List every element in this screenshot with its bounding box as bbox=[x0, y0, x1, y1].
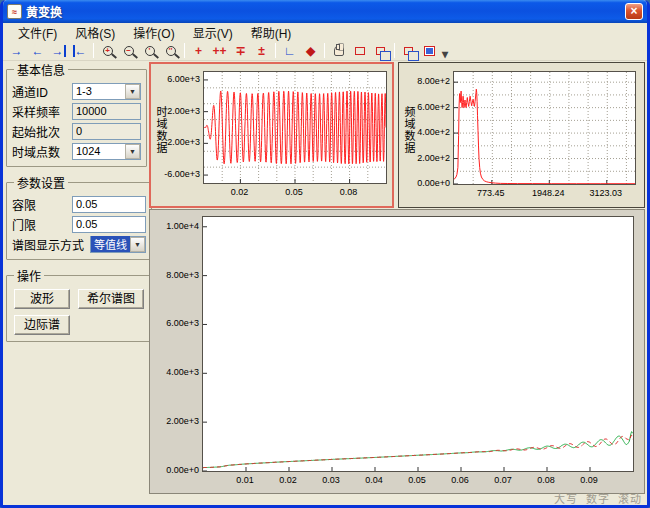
display-mode-value: 等值线 bbox=[91, 236, 130, 252]
toolbar-separator bbox=[324, 43, 325, 58]
x-tick-label: 0.07 bbox=[486, 475, 520, 485]
chevron-down-icon[interactable]: ▼ bbox=[130, 237, 145, 252]
pan-hand-icon[interactable] bbox=[329, 42, 348, 59]
sample-rate-field-wrap bbox=[72, 103, 141, 120]
zoom-previous-icon[interactable]: '' bbox=[161, 42, 180, 59]
time-domain-chart[interactable]: 时域数据 0.020.050.086.00e+32.00e+3-2.00e+3-… bbox=[149, 62, 394, 208]
zoom-in-icon: + bbox=[103, 46, 113, 56]
x-tick-label: 0.05 bbox=[277, 187, 311, 197]
menu-style[interactable]: 风格(S) bbox=[66, 23, 124, 42]
menu-view[interactable]: 显示(V) bbox=[184, 23, 242, 42]
sidebar: 基本信息 通道ID 1-3 ▼ 采样频率 起始批次 bbox=[6, 61, 147, 505]
tolerance-field-wrap bbox=[72, 196, 146, 213]
menu-help[interactable]: 帮助(H) bbox=[242, 23, 301, 42]
waveform-button[interactable]: 波形 bbox=[14, 289, 70, 309]
step-forward-icon[interactable]: → bbox=[7, 42, 26, 59]
x-tick-label: 0.04 bbox=[357, 475, 391, 485]
y-tick-label: 6.00e+3 bbox=[155, 318, 199, 328]
threshold-field-wrap bbox=[72, 216, 146, 233]
title-bar[interactable]: ≈ 黄变换 × bbox=[3, 0, 647, 23]
step-back-icon[interactable]: ← bbox=[28, 42, 47, 59]
cursor-valley-icon: ± bbox=[258, 45, 265, 57]
step-forward-icon: → bbox=[11, 45, 23, 57]
y-tick-label: 4.00e+3 bbox=[155, 367, 199, 377]
tolerance-label: 容限 bbox=[12, 196, 72, 213]
zoom-previous-icon: '' bbox=[166, 46, 176, 56]
menu-file[interactable]: 文件(F) bbox=[9, 23, 66, 42]
drag-curve-icon[interactable] bbox=[371, 42, 390, 59]
zoom-in-icon[interactable]: + bbox=[98, 42, 117, 59]
toolbar-overflow-icon: ▾ bbox=[442, 47, 448, 61]
hilbert-result-plot[interactable] bbox=[202, 216, 634, 472]
tolerance-field[interactable] bbox=[73, 197, 145, 212]
axes-setup-icon[interactable]: ∟ bbox=[280, 42, 299, 59]
group-params-title: 参数设置 bbox=[14, 174, 68, 191]
toolbar-separator bbox=[275, 43, 276, 58]
time-points-value: 1024 bbox=[73, 145, 125, 157]
x-tick-label: 0.02 bbox=[222, 187, 256, 197]
marker-icon[interactable]: ◆ bbox=[301, 42, 320, 59]
time-points-select[interactable]: 1024 ▼ bbox=[72, 143, 141, 160]
y-tick-label: 6.00e+3 bbox=[156, 74, 200, 84]
time-points-label: 时域点数 bbox=[12, 143, 72, 160]
cursor-valley-icon[interactable]: ± bbox=[252, 42, 271, 59]
start-batch-field-wrap bbox=[72, 123, 141, 140]
cursor-double-icon[interactable]: ++ bbox=[210, 42, 229, 59]
hilbert-result-chart[interactable]: 0.010.020.030.040.050.060.070.080.091.00… bbox=[149, 209, 645, 494]
copy-window-icon[interactable] bbox=[399, 42, 418, 59]
zoom-out-icon: − bbox=[124, 46, 134, 56]
app-icon: ≈ bbox=[7, 4, 22, 19]
channel-id-select[interactable]: 1-3 ▼ bbox=[72, 83, 141, 100]
y-tick-label: 2.00e+3 bbox=[155, 416, 199, 426]
y-tick-label: 4.00e+2 bbox=[406, 127, 450, 137]
cursor-peak-icon[interactable]: ∓ bbox=[231, 42, 250, 59]
go-start-icon[interactable]: ← bbox=[70, 42, 89, 59]
x-tick-label: 1948.24 bbox=[531, 188, 565, 198]
window-layout-icon bbox=[424, 46, 435, 56]
zoom-out-icon[interactable]: − bbox=[119, 42, 138, 59]
channel-id-value: 1-3 bbox=[73, 85, 125, 97]
menu-operate[interactable]: 操作(O) bbox=[124, 23, 183, 42]
y-tick-label: -6.00e+3 bbox=[156, 169, 200, 179]
group-actions: 操作 波形 希尔谱图 边际谱 bbox=[6, 267, 150, 342]
display-mode-label: 谱图显示方式 bbox=[12, 236, 90, 253]
y-tick-label: 6.00e+2 bbox=[406, 102, 450, 112]
y-tick-label: 2.00e+3 bbox=[156, 106, 200, 116]
freq-domain-plot[interactable] bbox=[453, 71, 636, 185]
menu-bar: 文件(F)风格(S)操作(O)显示(V)帮助(H) bbox=[3, 23, 647, 41]
threshold-label: 门限 bbox=[12, 216, 72, 233]
cursor-single-icon[interactable]: + bbox=[189, 42, 208, 59]
marker-icon: ◆ bbox=[306, 45, 315, 57]
cursor-single-icon: + bbox=[195, 45, 202, 57]
sample-rate-field[interactable] bbox=[73, 104, 140, 119]
hilbert-spectrum-button[interactable]: 希尔谱图 bbox=[78, 289, 144, 309]
x-tick-label: 773.45 bbox=[474, 188, 508, 198]
pan-hand-icon bbox=[334, 46, 344, 56]
go-end-icon[interactable]: → bbox=[49, 42, 68, 59]
x-tick-label: 0.09 bbox=[572, 475, 606, 485]
x-tick-label: 0.01 bbox=[228, 475, 262, 485]
display-mode-select[interactable]: 等值线 ▼ bbox=[90, 236, 146, 253]
y-tick-label: 0.00e+0 bbox=[155, 465, 199, 475]
freq-domain-chart[interactable]: 频域数据 773.451948.243123.038.00e+26.00e+24… bbox=[398, 62, 645, 208]
threshold-field[interactable] bbox=[73, 217, 145, 232]
window-layout-icon[interactable] bbox=[420, 42, 439, 59]
y-tick-label: -2.00e+3 bbox=[156, 137, 200, 147]
toolbar-overflow-icon[interactable]: ▾ bbox=[442, 48, 448, 60]
axes-setup-icon: ∟ bbox=[284, 45, 296, 57]
chevron-down-icon[interactable]: ▼ bbox=[125, 144, 140, 159]
time-domain-canvas bbox=[204, 72, 386, 183]
close-button[interactable]: × bbox=[625, 3, 643, 20]
marginal-spectrum-button[interactable]: 边际谱 bbox=[14, 315, 70, 335]
zoom-restore-icon: ' bbox=[145, 46, 155, 56]
zoom-restore-icon[interactable]: ' bbox=[140, 42, 159, 59]
select-region-icon[interactable] bbox=[350, 42, 369, 59]
chevron-down-icon[interactable]: ▼ bbox=[125, 84, 140, 99]
go-start-icon: ← bbox=[73, 45, 87, 57]
y-tick-label: 0.00e+0 bbox=[406, 178, 450, 188]
time-domain-plot[interactable] bbox=[203, 71, 387, 184]
start-batch-field[interactable] bbox=[73, 124, 140, 139]
sample-rate-label: 采样频率 bbox=[12, 103, 72, 120]
step-back-icon: ← bbox=[32, 45, 44, 57]
cursor-peak-icon: ∓ bbox=[235, 45, 245, 57]
